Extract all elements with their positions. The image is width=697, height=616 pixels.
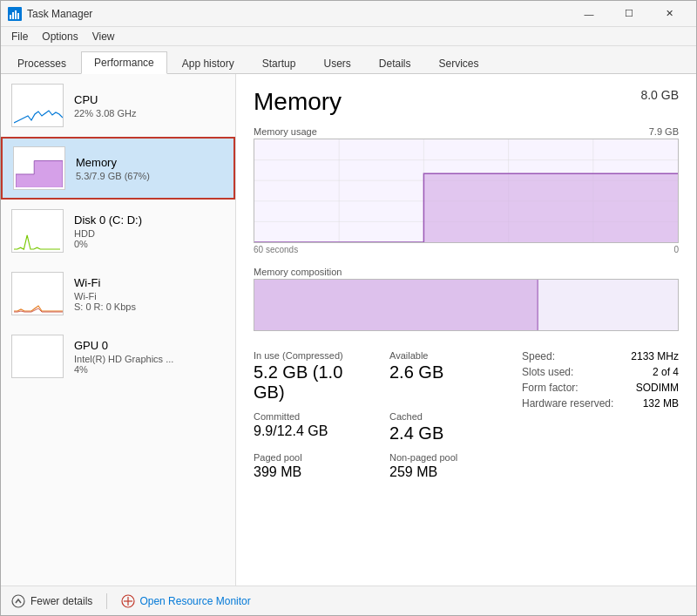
paged-label: Paged pool [254,452,369,463]
task-manager-window: Task Manager — ☐ ✕ File Options View Pro… [0,0,697,616]
svg-rect-6 [12,335,63,377]
slots-row: Slots used: 2 of 4 [522,366,679,378]
cpu-thumbnail [11,84,64,127]
cached-value: 2.4 GB [389,423,504,443]
svg-marker-15 [254,173,678,242]
menu-file[interactable]: File [4,29,35,44]
right-panel: Memory 8.0 GB Memory usage 7.9 GB [236,74,696,586]
memory-sublabel: 5.3/7.9 GB (67%) [76,171,223,181]
speed-value: 2133 MHz [631,350,679,362]
menu-view[interactable]: View [85,29,122,44]
gpu-sublabel2: 4% [74,364,225,375]
sidebar-item-wifi[interactable]: Wi-Fi Wi-Fi S: 0 R: 0 Kbps [1,262,235,325]
wifi-sublabel1: Wi-Fi [74,291,225,301]
gpu-label: GPU 0 [74,339,225,352]
maximize-button[interactable]: ☐ [609,1,649,27]
available-label: Available [389,350,504,361]
wifi-thumbnail [11,272,64,315]
hw-row: Hardware reserved: 132 MB [522,397,679,410]
menu-options[interactable]: Options [35,29,85,44]
title-bar-controls: — ☐ ✕ [569,1,689,27]
memory-label: Memory [76,156,223,169]
composition-chart-label-row: Memory composition [254,267,679,277]
wifi-sublabel2: S: 0 R: 0 Kbps [74,301,225,312]
memory-usage-chart [254,139,679,243]
disk-sublabel: HDD [74,228,225,239]
sidebar-item-gpu[interactable]: GPU 0 Intel(R) HD Graphics ... 4% [1,325,235,388]
window-title: Task Manager [27,8,92,20]
chevron-up-icon [11,594,25,608]
gpu-thumbnail [11,335,64,378]
tab-users[interactable]: Users [310,52,363,74]
memory-thumbnail [13,146,65,190]
speed-label: Speed: [522,350,555,362]
svg-rect-3 [15,10,17,19]
close-button[interactable]: ✕ [649,1,689,27]
hw-label: Hardware reserved: [522,397,613,410]
x-label-right: 0 [673,245,679,254]
committed-label: Committed [254,411,369,422]
app-icon [8,7,22,21]
disk-info: Disk 0 (C: D:) HDD 0% [74,213,225,249]
slots-value: 2 of 4 [653,366,679,378]
nonpaged-label: Non-paged pool [389,452,504,463]
sidebar-item-disk[interactable]: Disk 0 (C: D:) HDD 0% [1,200,235,262]
x-label-left: 60 seconds [254,245,298,254]
usage-chart-title: Memory usage [254,126,317,137]
footer: Fewer details Open Resource Monitor [1,586,696,615]
stat-available: Available 2.6 GB [389,350,504,403]
stats-area: In use (Compressed) 5.2 GB (1.0 GB) Avai… [254,350,679,480]
sidebar-item-memory[interactable]: Memory 5.3/7.9 GB (67%) [1,137,235,200]
svg-rect-1 [10,15,11,19]
gpu-sublabel1: Intel(R) HD Graphics ... [74,354,225,364]
tab-details[interactable]: Details [366,52,424,74]
hw-value: 132 MB [643,397,679,410]
slots-label: Slots used: [522,366,573,378]
cached-label: Cached [389,411,504,422]
tab-services[interactable]: Services [426,52,492,74]
wifi-info: Wi-Fi Wi-Fi S: 0 R: 0 Kbps [74,276,225,312]
speed-row: Speed: 2133 MHz [522,350,679,362]
panel-title: Memory [254,88,342,116]
panel-total: 8.0 GB [640,88,679,102]
tabs-bar: Processes Performance App history Startu… [1,46,696,74]
fewer-details-button[interactable]: Fewer details [11,594,92,608]
footer-divider [106,593,107,609]
available-value: 2.6 GB [389,362,504,382]
panel-header: Memory 8.0 GB [254,88,679,116]
form-label: Form factor: [522,382,579,394]
usage-chart-x-labels: 60 seconds 0 [254,245,679,254]
tab-startup[interactable]: Startup [249,52,309,74]
title-bar-left: Task Manager [8,7,92,21]
left-stats: In use (Compressed) 5.2 GB (1.0 GB) Avai… [254,350,504,480]
open-resource-monitor-link[interactable]: Open Resource Monitor [121,594,250,608]
stat-paged: Paged pool 399 MB [254,452,369,480]
cpu-info: CPU 22% 3.08 GHz [74,93,225,118]
svg-point-19 [12,595,24,607]
open-monitor-label: Open Resource Monitor [139,595,250,607]
usage-chart-labels: Memory usage 7.9 GB [254,126,679,137]
svg-rect-2 [12,12,14,19]
sidebar-item-cpu[interactable]: CPU 22% 3.08 GHz [1,74,235,137]
svg-marker-5 [16,161,63,188]
svg-rect-18 [538,280,678,330]
sidebar: CPU 22% 3.08 GHz Memory 5.3/7.9 GB (67%) [1,74,236,586]
menu-bar: File Options View [1,27,696,46]
stat-committed: Committed 9.9/12.4 GB [254,411,369,443]
usage-chart-max: 7.9 GB [649,126,679,137]
cpu-label: CPU [74,93,225,106]
tab-performance[interactable]: Performance [81,51,167,74]
disk-sublabel2: 0% [74,239,225,249]
tab-app-history[interactable]: App history [169,52,247,74]
stat-cached: Cached 2.4 GB [389,411,504,443]
tab-processes[interactable]: Processes [4,52,79,74]
form-value: SODIMM [636,382,679,394]
paged-value: 399 MB [254,464,369,480]
title-bar: Task Manager — ☐ ✕ [1,1,696,27]
memory-info: Memory 5.3/7.9 GB (67%) [76,156,223,181]
svg-rect-4 [17,13,19,19]
stat-in-use: In use (Compressed) 5.2 GB (1.0 GB) [254,350,369,403]
minimize-button[interactable]: — [569,1,609,27]
in-use-label: In use (Compressed) [254,350,369,361]
right-stats: Speed: 2133 MHz Slots used: 2 of 4 Form … [522,350,679,480]
